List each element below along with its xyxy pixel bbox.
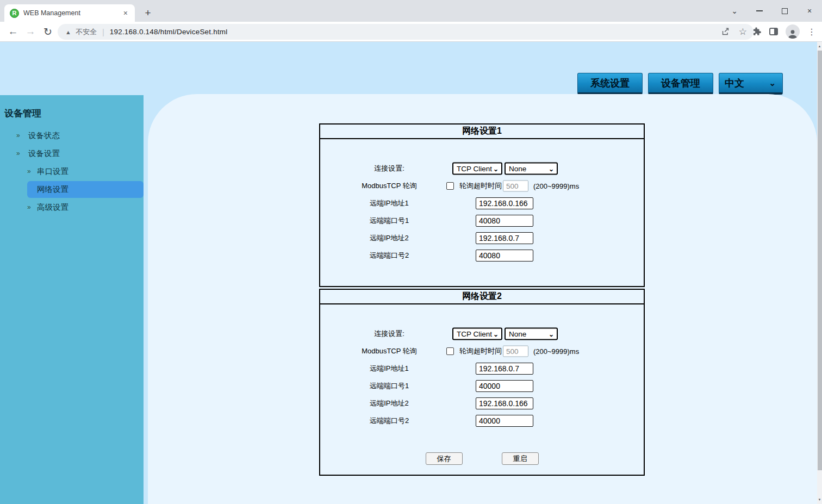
address-bar[interactable]: ▲ 不安全 | 192.168.0.148/html/DeviceSet.htm…	[58, 24, 753, 40]
tab-close-icon[interactable]: ×	[122, 9, 129, 17]
maximize-button[interactable]	[772, 0, 797, 22]
remote-port2-row: 远端端口号2	[320, 247, 644, 264]
remote-ip1-row: 远端IP地址1	[320, 195, 644, 212]
remote-port1-input[interactable]	[476, 380, 533, 392]
tab-title: WEB Management	[23, 9, 122, 17]
back-icon[interactable]: ←	[4, 26, 22, 38]
forward-icon: →	[22, 26, 39, 38]
sidebar-item-device-status[interactable]: » 设备状态	[0, 127, 144, 145]
site-favicon-icon: R	[10, 9, 19, 18]
modbus-checkbox[interactable]	[446, 347, 454, 355]
remote-ip1-input[interactable]	[476, 197, 533, 209]
remote-port1-row: 远端端口号1	[320, 212, 644, 229]
sidebar-item-network-settings[interactable]: 网络设置	[0, 181, 144, 198]
scrollbar-thumb[interactable]	[818, 51, 822, 470]
sidebar-item-device-settings[interactable]: » 设备设置	[0, 145, 144, 163]
web-page: 系统设置 设备管理 中文 ⌄ 设备管理 » 设备状态 » 设备设置 » 串口设置	[0, 42, 822, 504]
restart-button[interactable]: 重启	[502, 452, 539, 465]
connection-row: 连接设置: TCP Client ⌄ None ⌄	[320, 325, 644, 343]
sidebar-item-advanced-settings[interactable]: » 高级设置	[0, 198, 144, 216]
timeout-label: 轮询超时时间	[459, 346, 502, 356]
remote-port1-input[interactable]	[476, 215, 533, 227]
not-secure-warning-icon[interactable]: ▲	[65, 29, 71, 35]
modbus-row: ModbusTCP 轮询 轮询超时时间 (200~9999)ms	[320, 343, 644, 360]
device-management-button[interactable]: 设备管理	[648, 73, 713, 95]
timeout-range: (200~9999)ms	[533, 182, 579, 190]
modbus-checkbox[interactable]	[446, 182, 454, 190]
remote-port1-row: 远端端口号1	[320, 377, 644, 395]
tab-strip: R WEB Management × + ⌄ ×	[0, 0, 822, 22]
section-title: 网络设置2	[320, 290, 644, 304]
mode-select[interactable]: None ⌄	[505, 163, 558, 175]
remote-ip2-row: 远端IP地址2	[320, 229, 644, 247]
network-settings-1-box: 网络设置1 连接设置: TCP Client ⌄ None ⌄	[319, 123, 645, 287]
chevron-down-icon: ⌄	[493, 330, 499, 338]
sidebar-title: 设备管理	[4, 107, 144, 120]
modbus-row: ModbusTCP 轮询 轮询超时时间 (200~9999)ms	[320, 177, 644, 195]
timeout-input[interactable]	[503, 346, 528, 357]
tab-search-icon[interactable]: ⌄	[722, 0, 747, 22]
page-scrollbar[interactable]: ▲ ▼	[817, 42, 822, 504]
language-select[interactable]: 中文 ⌄	[719, 73, 783, 95]
content-panel: 网络设置1 连接设置: TCP Client ⌄ None ⌄	[148, 94, 817, 504]
extensions-puzzle-icon[interactable]	[752, 27, 762, 36]
remote-port2-row: 远端端口号2	[320, 412, 644, 430]
browser-menu-icon[interactable]: ⋮	[807, 27, 816, 37]
chevron-down-icon: ⌄	[769, 78, 776, 88]
browser-tab[interactable]: R WEB Management ×	[4, 4, 135, 22]
chevron-down-icon: ⌄	[549, 165, 554, 172]
section-title: 网络设置1	[320, 125, 644, 139]
protocol-select[interactable]: TCP Client ⌄	[452, 328, 502, 340]
language-select-value: 中文	[725, 77, 744, 90]
remote-ip1-row: 远端IP地址1	[320, 360, 644, 377]
reload-icon[interactable]: ↻	[39, 26, 57, 38]
chevron-down-icon: ⌄	[549, 330, 554, 338]
side-panel-icon[interactable]	[769, 28, 778, 35]
remote-ip1-input[interactable]	[476, 363, 533, 375]
browser-toolbar: ← → ↻ ▲ 不安全 | 192.168.0.148/html/DeviceS…	[0, 22, 822, 42]
bookmark-star-icon[interactable]: ☆	[739, 26, 747, 38]
remote-ip2-row: 远端IP地址2	[320, 395, 644, 412]
scroll-down-icon[interactable]: ▼	[817, 496, 822, 503]
remote-port2-input[interactable]	[476, 250, 533, 262]
connection-row: 连接设置: TCP Client ⌄ None ⌄	[320, 160, 644, 177]
remote-ip2-input[interactable]	[476, 232, 533, 244]
close-button[interactable]: ×	[797, 0, 822, 22]
minimize-button[interactable]	[747, 0, 772, 22]
sidebar: 设备管理 » 设备状态 » 设备设置 » 串口设置 网络设置	[0, 95, 144, 504]
mode-select[interactable]: None ⌄	[505, 328, 558, 340]
security-label[interactable]: 不安全	[76, 27, 97, 37]
remote-ip2-input[interactable]	[476, 397, 533, 409]
remote-port2-input[interactable]	[476, 415, 533, 427]
timeout-range: (200~9999)ms	[533, 347, 579, 356]
profile-avatar[interactable]	[786, 24, 800, 39]
share-icon[interactable]	[721, 27, 730, 36]
timeout-label: 轮询超时时间	[459, 181, 502, 191]
save-button[interactable]: 保存	[426, 452, 463, 465]
system-settings-button[interactable]: 系统设置	[577, 73, 643, 95]
protocol-select[interactable]: TCP Client ⌄	[452, 163, 502, 175]
scroll-up-icon[interactable]: ▲	[817, 42, 822, 50]
new-tab-button[interactable]: +	[140, 5, 155, 21]
network-settings-2-box: 网络设置2 连接设置: TCP Client ⌄ None ⌄	[319, 289, 645, 476]
sidebar-item-serial-settings[interactable]: » 串口设置	[0, 163, 144, 181]
omnibox-divider: |	[102, 27, 104, 36]
browser-window: R WEB Management × + ⌄ × ← → ↻ ▲ 不安全 | 1…	[0, 0, 822, 504]
url-text[interactable]: 192.168.0.148/html/DeviceSet.html	[110, 28, 228, 36]
chevron-down-icon: ⌄	[493, 165, 499, 172]
timeout-input[interactable]	[503, 181, 528, 192]
